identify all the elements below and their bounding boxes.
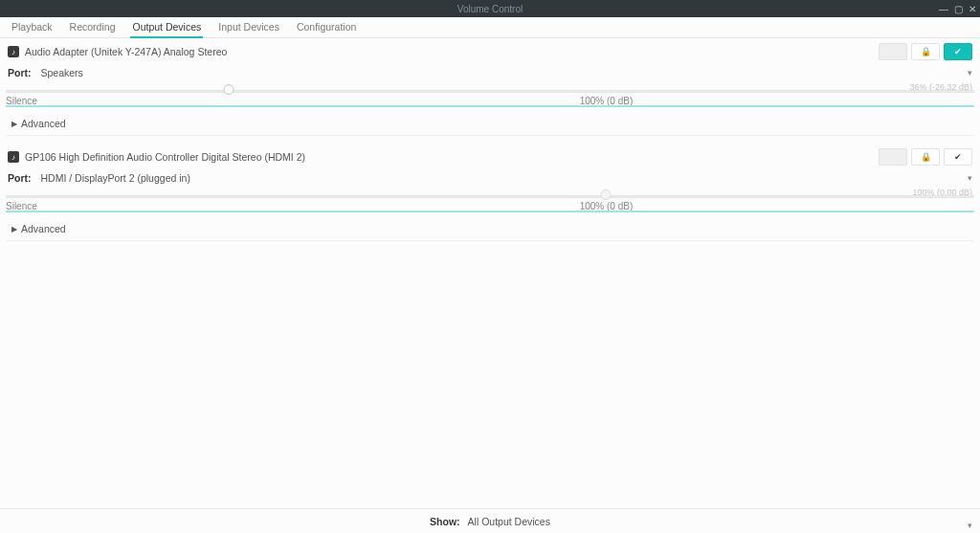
chevron-down-icon[interactable]: ▾ [968,68,972,78]
lock-button[interactable]: 🔒 [911,148,940,166]
footer-show-value[interactable]: All Output Devices [468,516,550,527]
device-header: ♪ Audio Adapter (Unitek Y-247A) Analog S… [6,40,974,63]
slider-baseline [6,211,974,212]
chevron-down-icon[interactable]: ▾ [968,173,972,183]
device-name: Audio Adapter (Unitek Y-247A) Analog Ste… [25,46,227,57]
set-default-button[interactable]: ✔ [944,148,972,166]
maximize-icon[interactable]: ▢ [954,4,963,14]
soundcard-icon: ♪ [8,151,19,163]
device-header: ♪ GP106 High Definition Audio Controller… [6,145,974,168]
port-label: Port: [8,67,32,78]
titlebar: Volume Control — ▢ ✕ [0,0,980,17]
check-icon: ✔ [954,152,962,162]
slider-thumb[interactable] [601,189,612,200]
device-button-group: 🔒 ✔ [879,148,972,166]
advanced-toggle[interactable]: ▶ Advanced [6,113,974,136]
soundcard-icon: ♪ [8,46,19,57]
window-title: Volume Control [457,4,523,14]
tab-configuration[interactable]: Configuration [295,17,358,37]
port-value[interactable]: Speakers [41,67,83,78]
device-block: ♪ Audio Adapter (Unitek Y-247A) Analog S… [6,40,974,136]
tab-bar: Playback Recording Output Devices Input … [0,17,980,38]
expand-icon: ▶ [11,225,17,233]
slider-baseline [6,105,974,107]
window-controls: — ▢ ✕ [939,0,976,17]
tab-input-devices[interactable]: Input Devices [216,17,281,37]
set-default-button[interactable]: ✔ [944,43,972,60]
device-block: ♪ GP106 High Definition Audio Controller… [6,145,974,241]
port-label: Port: [8,172,32,184]
footer: Show: All Output Devices ▾ [0,508,980,533]
tab-playback[interactable]: Playback [10,17,55,37]
device-button-group: 🔒 ✔ [879,43,972,60]
tab-output-devices[interactable]: Output Devices [130,17,203,37]
port-row: Port: HDMI / DisplayPort 2 (plugged in) … [6,168,974,188]
advanced-label: Advanced [21,223,66,234]
check-icon: ✔ [954,47,962,56]
advanced-label: Advanced [21,118,66,129]
slider-track [6,195,974,198]
advanced-toggle[interactable]: ▶ Advanced [6,218,974,241]
lock-icon: 🔒 [921,152,931,162]
footer-show-label: Show: [430,516,460,527]
minimize-icon[interactable]: — [939,4,948,14]
close-icon[interactable]: ✕ [969,4,976,14]
tab-recording[interactable]: Recording [68,17,118,37]
lock-button[interactable]: 🔒 [911,43,940,60]
port-value[interactable]: HDMI / DisplayPort 2 (plugged in) [41,172,190,184]
volume-slider[interactable]: 36% (-26.32 dB) Silence 100% (0 dB) [6,82,974,113]
mute-button[interactable] [879,148,907,166]
mute-button[interactable] [879,43,907,60]
chevron-down-icon[interactable]: ▾ [968,521,972,530]
device-name: GP106 High Definition Audio Controller D… [25,151,305,163]
expand-icon: ▶ [11,120,17,128]
volume-slider[interactable]: 100% (0.00 dB) Silence 100% (0 dB) [6,188,974,218]
content-area: ♪ Audio Adapter (Unitek Y-247A) Analog S… [0,38,980,508]
slider-thumb[interactable] [223,84,234,95]
slider-track [6,90,974,93]
port-row: Port: Speakers ▾ [6,63,974,82]
lock-icon: 🔒 [921,47,931,56]
